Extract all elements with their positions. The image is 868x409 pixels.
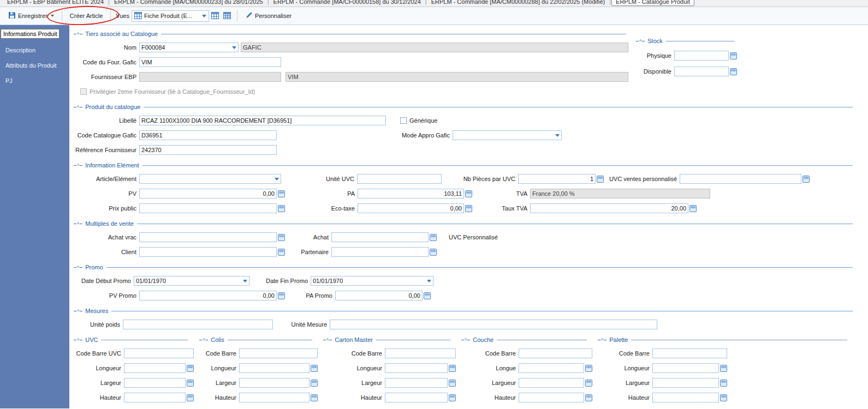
calculator-icon[interactable] [430, 234, 437, 241]
colis-code-barre-input[interactable] [239, 348, 318, 358]
collapse-icon[interactable]: ^ [74, 32, 82, 37]
taux-tva-input[interactable]: 20,00 [530, 203, 688, 213]
code-four-input[interactable]: VIM [139, 57, 281, 67]
chevron-down-icon[interactable] [427, 280, 431, 285]
uvc-code-barre-input[interactable] [124, 348, 194, 358]
calculator-icon[interactable] [449, 365, 456, 372]
uvc-ventes-input[interactable] [680, 174, 801, 184]
couche-code-barre-input[interactable] [519, 348, 592, 358]
calculator-icon[interactable] [278, 205, 285, 212]
collapse-icon[interactable]: ^ [74, 163, 82, 168]
unite-poids-input[interactable] [123, 320, 273, 329]
sidebar-item-description[interactable]: Description [2, 45, 67, 55]
calculator-icon[interactable] [311, 380, 318, 387]
calculator-icon[interactable] [278, 249, 285, 256]
chevron-down-icon[interactable] [243, 280, 247, 285]
carton-longueur-input[interactable] [385, 363, 448, 373]
uvc-largeur-input[interactable] [124, 378, 186, 388]
pa-input[interactable]: 103,11 [358, 189, 464, 199]
calculator-icon[interactable] [597, 176, 604, 183]
tab-commande-1[interactable]: ERPLM - Commande [MA/CM00000233] du 28/0… [110, 0, 267, 6]
collapse-icon[interactable]: ^ [74, 105, 82, 110]
palette-largeur-input[interactable] [652, 378, 719, 388]
reference-input[interactable]: 242370 [139, 145, 277, 155]
uvc-longueur-input[interactable] [124, 363, 186, 373]
chevron-down-icon[interactable] [202, 15, 206, 20]
tab-ebp-batiment[interactable]: ERPLM - EBP Bâtiment ELITE 2024 [3, 0, 108, 6]
grid-view-button[interactable] [209, 10, 221, 22]
calculator-icon[interactable] [585, 365, 592, 372]
colis-largeur-input[interactable] [239, 378, 310, 388]
tab-catalogue-produit[interactable]: ERPLM - Catalogue Produit [611, 0, 694, 6]
calculator-icon[interactable] [465, 205, 472, 212]
pv-input[interactable]: 0,00 [139, 189, 277, 199]
unite-mesure-input[interactable] [330, 320, 657, 329]
calculator-icon[interactable] [278, 234, 285, 241]
calculator-icon[interactable] [465, 190, 472, 197]
calculator-icon[interactable] [802, 176, 810, 183]
achat-input[interactable] [331, 232, 429, 242]
pa-promo-input[interactable]: 0,00 [335, 291, 423, 300]
client-input[interactable] [139, 247, 277, 257]
sidebar-item-informations-produit[interactable]: Informations Produit [1, 29, 60, 39]
sidebar-item-attributs-du-produit[interactable]: Attributs du Produit [2, 61, 67, 70]
nom-combobox[interactable]: F000084 [139, 43, 239, 52]
physique-input[interactable] [674, 51, 729, 61]
collapse-icon[interactable]: ^ [598, 338, 607, 342]
create-article-button[interactable]: Créer Article [66, 10, 107, 21]
calculator-icon[interactable] [720, 365, 727, 372]
carton-hauteur-input[interactable] [385, 393, 448, 402]
tab-commande-2[interactable]: ERPLM - Commande [MA/CF00000158] du 30/1… [270, 0, 425, 6]
code-catalogue-input[interactable]: D36951 [139, 130, 277, 140]
couche-hauteur-input[interactable] [519, 393, 584, 402]
date-fin-promo-combobox[interactable]: 01/01/1970 [311, 276, 433, 286]
date-debut-promo-combobox[interactable]: 01/01/1970 [134, 276, 249, 286]
eco-taxe-input[interactable]: 0,00 [358, 203, 464, 213]
calculator-icon[interactable] [449, 394, 456, 401]
personalize-button[interactable]: Personnaliser [241, 9, 295, 22]
pv-promo-input[interactable]: 0,00 [139, 291, 277, 300]
unite-uvc-input[interactable] [357, 174, 442, 184]
calculator-icon[interactable] [187, 394, 194, 401]
collapse-icon[interactable]: ^ [636, 39, 645, 44]
carton-largeur-input[interactable] [385, 378, 448, 388]
view-selector-combobox[interactable]: Fiche Produit (E... [132, 10, 209, 22]
palette-hauteur-input[interactable] [652, 393, 719, 402]
partenaire-input[interactable] [331, 247, 429, 257]
tab-commande-3[interactable]: ERPLM - Commande [MA/CM00000288] du 22/0… [427, 0, 609, 6]
palette-code-barre-input[interactable] [652, 348, 727, 358]
libelle-input[interactable]: RCAZ 1100X1000 DIA 900 RACCORDEMENT [D36… [139, 116, 386, 125]
collapse-icon[interactable]: ^ [199, 338, 208, 342]
collapse-icon[interactable]: ^ [323, 338, 332, 342]
calculator-icon[interactable] [424, 292, 431, 299]
nb-pieces-input[interactable]: 1 [518, 174, 596, 184]
calculator-icon[interactable] [720, 394, 727, 401]
achat-vrac-input[interactable] [139, 232, 277, 242]
calculator-icon[interactable] [730, 68, 737, 75]
disponible-input[interactable] [674, 67, 729, 76]
collapse-icon[interactable]: ^ [74, 309, 82, 314]
calculator-icon[interactable] [430, 249, 437, 256]
calculator-icon[interactable] [720, 380, 727, 387]
chevron-down-icon[interactable] [275, 178, 279, 183]
collapse-icon[interactable]: ^ [74, 265, 82, 270]
calculator-icon[interactable] [278, 292, 285, 299]
article-element-combobox[interactable] [139, 174, 281, 184]
table-view-button[interactable] [221, 10, 233, 22]
mode-appro-combobox[interactable] [453, 130, 562, 140]
calculator-icon[interactable] [689, 205, 697, 212]
chevron-down-icon[interactable] [51, 15, 54, 19]
couche-largeur-input[interactable] [519, 378, 584, 388]
calculator-icon[interactable] [585, 394, 592, 401]
generique-checkbox[interactable] [400, 117, 407, 124]
calculator-icon[interactable] [585, 380, 592, 387]
colis-longueur-input[interactable] [239, 363, 310, 373]
calculator-icon[interactable] [311, 365, 318, 372]
carton-code-barre-input[interactable] [385, 348, 456, 358]
calculator-icon[interactable] [187, 365, 194, 372]
save-button[interactable]: Enregistrer [4, 9, 58, 22]
uvc-hauteur-input[interactable] [124, 393, 186, 402]
calculator-icon[interactable] [278, 190, 285, 197]
colis-hauteur-input[interactable] [239, 393, 310, 402]
calculator-icon[interactable] [187, 380, 194, 387]
